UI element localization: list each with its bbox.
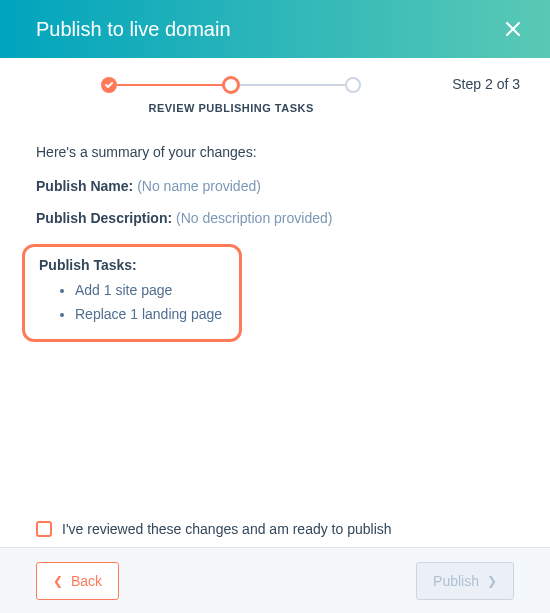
back-button[interactable]: ❮ Back — [36, 562, 119, 600]
step-2-current — [222, 76, 240, 94]
publish-name-value: (No name provided) — [137, 178, 261, 194]
list-item: Add 1 site page — [75, 279, 225, 303]
publish-tasks-label: Publish Tasks: — [39, 257, 225, 273]
step-3-future — [345, 77, 361, 93]
chevron-left-icon: ❮ — [53, 574, 63, 588]
summary-intro: Here's a summary of your changes: — [36, 144, 514, 160]
step-indicator: Step 2 of 3 — [452, 76, 520, 92]
publish-tasks-highlight: Publish Tasks: Add 1 site page Replace 1… — [22, 244, 242, 342]
chevron-right-icon: ❯ — [487, 574, 497, 588]
list-item: Replace 1 landing page — [75, 303, 225, 327]
step-line-1 — [117, 84, 222, 86]
dialog-title: Publish to live domain — [36, 18, 231, 41]
publish-description-value: (No description provided) — [176, 210, 332, 226]
publish-description-label: Publish Description: — [36, 210, 172, 226]
publish-name-row: Publish Name: (No name provided) — [36, 178, 514, 194]
publish-tasks-list: Add 1 site page Replace 1 landing page — [39, 279, 225, 327]
review-row: I've reviewed these changes and am ready… — [36, 521, 392, 537]
content-area: Here's a summary of your changes: Publis… — [0, 114, 550, 342]
check-icon — [104, 80, 114, 90]
publish-button-label: Publish — [433, 573, 479, 589]
back-button-label: Back — [71, 573, 102, 589]
step-label: REVIEW PUBLISHING TASKS — [148, 102, 313, 114]
step-line-2 — [240, 84, 345, 86]
publish-name-label: Publish Name: — [36, 178, 133, 194]
close-button[interactable] — [500, 16, 526, 42]
review-label: I've reviewed these changes and am ready… — [62, 521, 392, 537]
step-1-done — [101, 77, 117, 93]
publish-button[interactable]: Publish ❯ — [416, 562, 514, 600]
stepper: REVIEW PUBLISHING TASKS Step 2 of 3 — [0, 58, 550, 114]
dialog-header: Publish to live domain — [0, 0, 550, 58]
close-icon — [504, 20, 522, 38]
review-checkbox[interactable] — [36, 521, 52, 537]
dialog-footer: ❮ Back Publish ❯ — [0, 547, 550, 613]
publish-description-row: Publish Description: (No description pro… — [36, 210, 514, 226]
